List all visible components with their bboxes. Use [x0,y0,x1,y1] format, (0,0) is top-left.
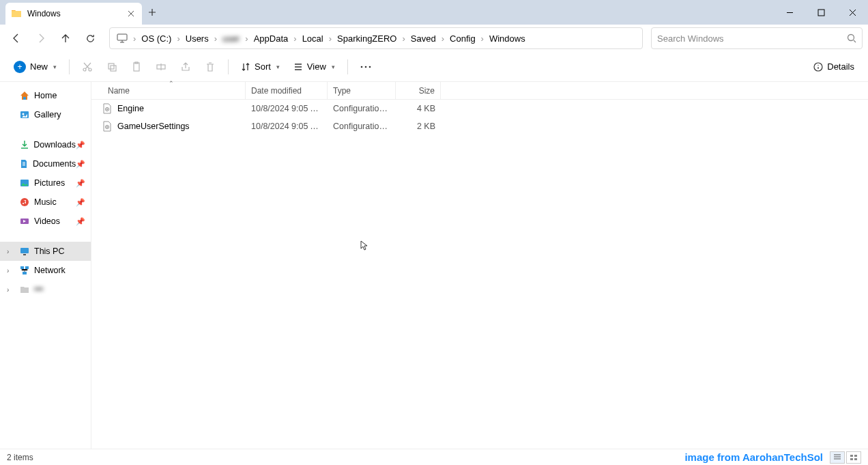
home-icon [19,91,30,100]
details-button[interactable]: Details [808,56,860,78]
file-date: 10/8/2024 9:05 AM [246,122,328,131]
maximize-button[interactable] [805,0,837,25]
sort-button[interactable]: Sort ▾ [235,56,285,78]
network-icon [19,266,30,275]
music-icon [19,197,30,207]
svg-rect-1 [117,34,127,40]
file-row[interactable]: GameUserSettings 10/8/2024 9:05 AM Confi… [91,117,868,135]
sidebar-item-network[interactable]: › Network [0,261,91,280]
column-date[interactable]: Date modified [246,82,328,99]
column-label: Size [419,86,435,96]
sidebar-label: Videos [34,216,60,226]
breadcrumb-item[interactable]: OS (C:) [137,33,175,44]
file-size: 2 KB [396,122,441,131]
sidebar-item-documents[interactable]: Documents 📌 [0,154,91,173]
up-button[interactable] [55,27,76,49]
refresh-button[interactable] [79,27,101,49]
close-window-button[interactable] [837,0,868,25]
sidebar-label: Music [34,197,57,207]
chevron-down-icon: ▾ [53,64,57,70]
svg-rect-19 [20,248,29,253]
new-button[interactable]: + New ▾ [8,56,62,78]
chevron-right-icon[interactable]: › [7,248,9,255]
breadcrumb-item[interactable]: Config [446,33,480,44]
breadcrumb-item[interactable]: Users [182,33,213,44]
column-label: Type [333,86,351,96]
chevron-right-icon: › [292,33,298,44]
breadcrumb-item[interactable]: Windows [485,33,530,44]
svg-point-11 [365,66,367,68]
column-size[interactable]: Size [396,82,441,99]
folder-icon [11,8,22,19]
gallery-icon [19,110,30,119]
breadcrumb-item[interactable]: Saved [407,33,440,44]
svg-rect-6 [111,66,116,71]
breadcrumb-pc-icon[interactable] [113,33,132,43]
breadcrumb-item[interactable]: AppData [250,33,293,44]
new-tab-button[interactable] [142,0,162,25]
search-icon [847,33,856,43]
more-button[interactable] [355,56,377,78]
chevron-right-icon: › [132,33,137,44]
svg-rect-23 [23,272,27,274]
sidebar-item-home[interactable]: Home [0,86,91,105]
search-placeholder: Search Windows [657,33,724,44]
column-headers: ⌃ Name Date modified Type Size [91,82,868,100]
file-date: 10/8/2024 9:05 AM [246,104,328,113]
config-file-icon [102,121,113,132]
svg-rect-0 [818,10,824,16]
column-label: Name [108,86,130,96]
sidebar-item-hidden[interactable]: › ••• [0,280,91,299]
chevron-right-icon[interactable]: › [7,267,9,274]
chevron-right-icon: › [328,33,333,44]
breadcrumb-item-user[interactable]: user [218,33,244,44]
file-name: Engine [117,104,144,113]
svg-rect-20 [23,254,26,255]
back-button[interactable] [5,27,27,49]
sidebar-item-gallery[interactable]: Gallery [0,105,91,124]
sidebar-label: Documents [33,159,76,169]
column-type[interactable]: Type [328,82,396,99]
breadcrumb[interactable]: › OS (C:) › Users › user › AppData › Loc… [109,27,643,49]
config-file-icon [102,103,113,114]
sidebar-item-videos[interactable]: Videos 📌 [0,212,91,231]
svg-rect-28 [850,455,853,457]
icons-view-button[interactable] [846,451,861,464]
folder-icon [19,285,30,294]
chevron-down-icon: ▾ [332,64,335,70]
minimize-button[interactable] [774,0,805,25]
rename-button [150,56,172,78]
chevron-right-icon: › [401,33,406,44]
pc-icon [19,246,30,256]
svg-point-10 [361,66,363,68]
details-label: Details [827,61,854,72]
column-label: Date modified [251,86,302,96]
svg-point-12 [369,66,371,68]
pin-icon: 📌 [76,179,85,188]
sidebar-item-pictures[interactable]: Pictures 📌 [0,173,91,193]
sidebar-item-music[interactable]: Music 📌 [0,193,91,212]
sidebar-item-thispc[interactable]: › This PC [0,242,91,261]
pictures-icon [19,178,30,188]
tab-title: Windows [27,9,61,18]
svg-point-15 [23,113,25,115]
close-tab-icon[interactable] [126,8,136,19]
chevron-right-icon[interactable]: › [7,286,9,294]
mouse-cursor-icon [360,240,368,251]
view-button[interactable]: View ▾ [288,56,341,78]
tab-windows[interactable]: Windows [5,3,142,25]
sidebar-label: This PC [34,246,64,256]
sidebar-item-downloads[interactable]: Downloads 📌 [0,135,91,154]
column-name[interactable]: ⌃ Name [91,82,246,99]
cut-button [76,56,98,78]
file-row[interactable]: Engine 10/8/2024 9:05 AM Configuration s… [91,100,868,117]
breadcrumb-item[interactable]: SparkingZERO [333,33,401,44]
pin-icon: 📌 [76,141,85,150]
search-input[interactable]: Search Windows [651,27,863,49]
chevron-right-icon: › [213,33,218,44]
file-type: Configuration setti... [328,104,396,113]
svg-rect-29 [854,455,857,457]
separator [0,231,91,242]
details-view-button[interactable] [830,451,845,464]
breadcrumb-item[interactable]: Local [298,33,328,44]
